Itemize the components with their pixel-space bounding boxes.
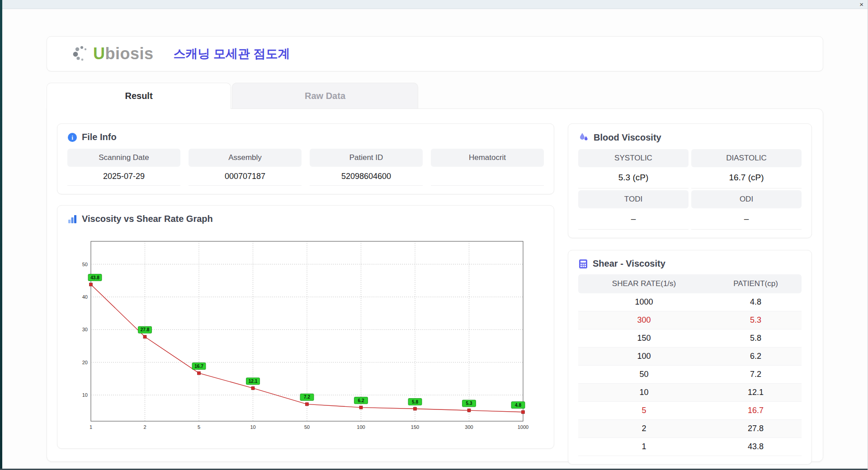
file-info-field: Hematocrit bbox=[431, 149, 544, 186]
tab-raw-data[interactable]: Raw Data bbox=[232, 83, 418, 109]
svg-text:50: 50 bbox=[304, 424, 310, 430]
right-column: Blood Viscosity SYSTOLICDIASTOLIC5.3 (cP… bbox=[568, 123, 812, 449]
cell-patient-value: 7.2 bbox=[710, 366, 802, 384]
bv-value-row: 5.3 (cP)16.7 (cP) bbox=[578, 167, 802, 188]
close-icon[interactable]: × bbox=[859, 0, 863, 9]
bv-header: TODI bbox=[578, 190, 689, 208]
logo-dots-icon bbox=[71, 44, 91, 64]
droplet-icon bbox=[578, 132, 589, 143]
cell-patient-value: 6.2 bbox=[710, 348, 802, 366]
bar-chart-icon bbox=[67, 214, 77, 224]
table-row: 1012.1 bbox=[578, 384, 802, 402]
shear-viscosity-table: SHEAR RATE(1/s) PATIENT(cp) 10004.83005.… bbox=[578, 274, 802, 456]
file-info-field: Scanning Date2025-07-29 bbox=[67, 149, 180, 186]
file-info-field: Patient ID52098604600 bbox=[310, 149, 423, 186]
svg-text:16.7: 16.7 bbox=[194, 364, 203, 369]
app-header: Ubiosis 스캐닝 모세관 점도계 bbox=[47, 36, 823, 71]
svg-text:12.1: 12.1 bbox=[249, 379, 258, 384]
graph-card: Viscosity vs Shear Rate Graph 1251050100… bbox=[57, 205, 554, 449]
blood-viscosity-title: Blood Viscosity bbox=[594, 132, 661, 143]
field-label: Scanning Date bbox=[67, 149, 180, 167]
svg-text:2: 2 bbox=[143, 424, 146, 430]
shear-viscosity-rows: 10004.83005.31505.81006.2507.21012.1516.… bbox=[578, 293, 802, 456]
svg-text:40: 40 bbox=[82, 294, 88, 300]
cell-shear-rate: 2 bbox=[578, 420, 710, 438]
graph-title: Viscosity vs Shear Rate Graph bbox=[82, 214, 213, 224]
bv-value: 5.3 (cP) bbox=[578, 167, 689, 188]
blood-viscosity-card: Blood Viscosity SYSTOLICDIASTOLIC5.3 (cP… bbox=[568, 123, 812, 238]
cell-shear-rate: 5 bbox=[578, 402, 710, 420]
bv-value: – bbox=[691, 208, 802, 230]
left-column: i File Info Scanning Date2025-07-29Assem… bbox=[57, 123, 554, 449]
svg-text:5.8: 5.8 bbox=[412, 400, 418, 404]
table-row: 1006.2 bbox=[578, 348, 802, 366]
graph-title-row: Viscosity vs Shear Rate Graph bbox=[67, 214, 544, 224]
field-value: 2025-07-29 bbox=[67, 167, 180, 186]
field-value: 000707187 bbox=[189, 167, 302, 186]
table-row: 507.2 bbox=[578, 366, 802, 384]
file-info-title-row: i File Info bbox=[67, 132, 544, 142]
cell-shear-rate: 1 bbox=[578, 438, 710, 456]
col-patient: PATIENT(cp) bbox=[710, 274, 802, 293]
col-shear-rate: SHEAR RATE(1/s) bbox=[578, 274, 710, 293]
svg-text:i: i bbox=[71, 134, 73, 141]
blood-viscosity-grid: SYSTOLICDIASTOLIC5.3 (cP)16.7 (cP)TODIOD… bbox=[578, 149, 802, 230]
bv-header-row: TODIODI bbox=[578, 190, 802, 208]
table-row: 3005.3 bbox=[578, 311, 802, 329]
result-panel: i File Info Scanning Date2025-07-29Assem… bbox=[47, 108, 823, 462]
cell-shear-rate: 50 bbox=[578, 366, 710, 384]
bv-header: SYSTOLIC bbox=[578, 149, 689, 167]
svg-text:1000: 1000 bbox=[518, 424, 528, 430]
page: Ubiosis 스캐닝 모세관 점도계 Result Raw Data i Fi… bbox=[47, 36, 823, 462]
cell-shear-rate: 1000 bbox=[578, 293, 710, 311]
table-header-row: SHEAR RATE(1/s) PATIENT(cp) bbox=[578, 274, 802, 293]
svg-text:50: 50 bbox=[82, 262, 88, 267]
viscosity-chart-svg: 12510501001503001000102030405043.827.816… bbox=[71, 230, 530, 437]
cell-patient-value: 16.7 bbox=[710, 402, 802, 420]
svg-text:150: 150 bbox=[411, 424, 419, 430]
table-row: 10004.8 bbox=[578, 293, 802, 311]
cell-shear-rate: 150 bbox=[578, 329, 710, 348]
info-icon: i bbox=[67, 132, 77, 142]
bv-value: – bbox=[578, 208, 689, 230]
calculator-icon bbox=[578, 259, 588, 269]
bv-header: DIASTOLIC bbox=[691, 149, 802, 167]
logo: Ubiosis bbox=[71, 44, 154, 64]
cell-shear-rate: 100 bbox=[578, 348, 710, 366]
window-titlebar: × bbox=[0, 0, 868, 9]
field-label: Hematocrit bbox=[431, 149, 544, 167]
svg-text:5: 5 bbox=[198, 424, 200, 430]
logo-u: U bbox=[93, 44, 105, 63]
svg-text:10: 10 bbox=[82, 392, 88, 398]
logo-rest: biosis bbox=[105, 44, 154, 63]
cell-shear-rate: 10 bbox=[578, 384, 710, 402]
blood-viscosity-title-row: Blood Viscosity bbox=[578, 132, 802, 143]
shear-viscosity-title-row: Shear - Viscosity bbox=[578, 258, 802, 269]
bv-header: ODI bbox=[691, 190, 802, 208]
svg-text:5.3: 5.3 bbox=[466, 401, 472, 406]
file-info-field: Assembly000707187 bbox=[189, 149, 302, 186]
cell-patient-value: 5.8 bbox=[710, 329, 802, 348]
cell-shear-rate: 300 bbox=[578, 311, 710, 329]
svg-text:27.8: 27.8 bbox=[141, 327, 150, 332]
svg-text:10: 10 bbox=[250, 424, 255, 430]
table-row: 227.8 bbox=[578, 420, 802, 438]
cell-patient-value: 5.3 bbox=[710, 311, 802, 329]
cell-patient-value: 27.8 bbox=[710, 420, 802, 438]
bv-value-row: –– bbox=[578, 208, 802, 230]
window-left-edge bbox=[0, 0, 2, 470]
field-label: Patient ID bbox=[310, 149, 423, 167]
field-value bbox=[431, 167, 544, 186]
field-value: 52098604600 bbox=[310, 167, 423, 186]
cell-patient-value: 12.1 bbox=[710, 384, 802, 402]
shear-viscosity-title: Shear - Viscosity bbox=[593, 258, 665, 269]
table-row: 143.8 bbox=[578, 438, 802, 456]
bv-header-row: SYSTOLICDIASTOLIC bbox=[578, 149, 802, 167]
svg-text:7.2: 7.2 bbox=[304, 395, 310, 400]
svg-text:100: 100 bbox=[357, 424, 365, 430]
table-row: 1505.8 bbox=[578, 329, 802, 348]
svg-text:20: 20 bbox=[82, 360, 88, 365]
svg-text:300: 300 bbox=[465, 424, 473, 430]
file-info-fields: Scanning Date2025-07-29Assembly000707187… bbox=[67, 149, 544, 186]
tab-result[interactable]: Result bbox=[47, 83, 231, 109]
